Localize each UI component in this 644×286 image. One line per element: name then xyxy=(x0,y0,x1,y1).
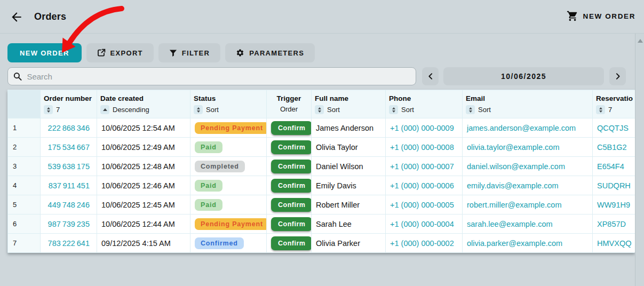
confirm-button[interactable]: Confirm xyxy=(271,236,312,250)
sort-email[interactable]: Sort xyxy=(466,105,589,114)
confirm-button[interactable]: Confirm xyxy=(271,198,312,212)
email-link[interactable]: robert.miller@example.com xyxy=(467,201,562,209)
reservation-cell: SUDQRH xyxy=(593,176,635,195)
phone-link[interactable]: +1 (000) 000-0006 xyxy=(390,181,454,190)
chevron-right-icon xyxy=(614,73,622,80)
date-created-cell: 10/06/2025 12:54 AM xyxy=(97,118,190,138)
confirm-button[interactable]: Confirm xyxy=(271,121,312,135)
reservation-link[interactable]: SUDQRH xyxy=(597,181,631,190)
sort-arrows-icon xyxy=(315,105,324,114)
phone-cell: +1 (000) 000-0002 xyxy=(386,234,463,253)
confirm-button[interactable]: Confirm xyxy=(271,179,312,193)
reservation-link[interactable]: C5B1G2 xyxy=(597,143,627,152)
new-order-button[interactable]: NEW ORDER xyxy=(7,43,82,62)
col-status: Status Sort xyxy=(190,90,267,118)
prev-date-button[interactable] xyxy=(422,67,439,85)
date-created-cell: 10/06/2025 12:45 AM xyxy=(97,195,190,215)
order-number-link[interactable]: 539 638 175 xyxy=(48,162,90,171)
table-row: 5 449 748 246 10/06/2025 12:45 AM Paid C… xyxy=(8,195,635,215)
reservation-cell: XP857D xyxy=(593,215,635,234)
sort-status[interactable]: Sort xyxy=(194,105,263,114)
table-row: 2 175 534 667 10/06/2025 12:49 AM Paid C… xyxy=(8,138,635,157)
top-new-order-button[interactable]: NEW ORDER xyxy=(567,10,635,22)
order-number-link[interactable]: 449 748 246 xyxy=(48,201,90,209)
orders-table: Order number 7 Date created Descending xyxy=(7,90,635,253)
top-new-order-label: NEW ORDER xyxy=(583,12,635,20)
search-box xyxy=(7,67,416,85)
sort-full-name[interactable]: Sort xyxy=(315,105,382,114)
phone-link[interactable]: +1 (000) 000-0008 xyxy=(390,143,454,152)
col-email: Email Sort xyxy=(463,90,593,118)
chevron-left-icon xyxy=(427,73,434,80)
confirm-button[interactable]: Confirm xyxy=(271,217,312,231)
phone-cell: +1 (000) 000-0008 xyxy=(386,138,463,157)
phone-link[interactable]: +1 (000) 000-0002 xyxy=(390,239,454,248)
date-display[interactable]: 10/06/2025 xyxy=(443,67,604,85)
reservation-link[interactable]: XP857D xyxy=(597,220,626,228)
reservation-link[interactable]: HMVXQQ xyxy=(597,239,631,248)
search-input[interactable] xyxy=(27,72,410,81)
parameters-button[interactable]: PARAMETERS xyxy=(225,43,315,62)
email-cell: olivia.taylor@example.com xyxy=(463,138,593,157)
search-icon xyxy=(13,72,22,81)
sort-phone[interactable]: Sort xyxy=(389,105,459,114)
email-link[interactable]: james.anderson@example.com xyxy=(467,124,576,132)
date-created-cell: 10/06/2025 12:48 AM xyxy=(97,157,190,176)
sort-reservation[interactable]: 7 xyxy=(596,105,632,114)
reservation-link[interactable]: QCQTJS xyxy=(597,124,629,132)
full-name-cell: Olivia Parker xyxy=(312,234,386,253)
email-link[interactable]: olivia.taylor@example.com xyxy=(467,143,559,152)
filter-button[interactable]: FILTER xyxy=(158,43,220,62)
reservation-cell: E654F4 xyxy=(593,157,635,176)
confirm-button[interactable]: Confirm xyxy=(271,140,312,154)
email-cell: sarah.lee@example.com xyxy=(463,215,593,234)
reservation-cell: QCQTJS xyxy=(593,118,635,138)
order-number-link[interactable]: 837 911 451 xyxy=(49,181,90,190)
phone-link[interactable]: +1 (000) 000-0009 xyxy=(390,124,454,132)
row-index: 4 xyxy=(8,176,41,195)
next-date-button[interactable] xyxy=(609,67,626,85)
trigger-cell: Confirm xyxy=(267,138,312,157)
order-number-link[interactable]: 175 534 667 xyxy=(48,143,90,152)
trigger-cell: Confirm xyxy=(267,118,312,138)
order-number-cell: 449 748 246 xyxy=(41,195,97,215)
top-bar: Orders NEW ORDER xyxy=(0,0,644,34)
order-number-link[interactable]: 987 739 235 xyxy=(48,220,90,228)
full-name-cell: Emily Davis xyxy=(312,176,386,195)
gear-icon xyxy=(236,49,244,57)
back-arrow-icon[interactable] xyxy=(10,10,23,24)
order-number-cell: 222 868 346 xyxy=(41,118,97,138)
email-link[interactable]: emily.davis@example.com xyxy=(467,181,559,190)
email-link[interactable]: sarah.lee@example.com xyxy=(467,220,553,228)
page-title: Orders xyxy=(34,11,66,22)
table-row: 1 222 868 346 10/06/2025 12:54 AM Pendin… xyxy=(8,118,635,138)
email-cell: emily.davis@example.com xyxy=(463,176,593,195)
phone-link[interactable]: +1 (000) 000-0007 xyxy=(390,162,454,171)
email-link[interactable]: daniel.wilson@example.com xyxy=(467,162,565,171)
vertical-scrollbar[interactable] xyxy=(635,34,644,286)
table-row: 3 539 638 175 10/06/2025 12:48 AM Comple… xyxy=(8,157,635,176)
sort-order-number[interactable]: 7 xyxy=(44,105,93,114)
full-name-cell: Robert Miller xyxy=(312,195,386,215)
export-label: EXPORT xyxy=(110,49,143,57)
status-cell: Confirmed xyxy=(190,234,267,253)
toolbar: NEW ORDER EXPORT FILTER PARAMETERS xyxy=(7,43,315,62)
confirm-button[interactable]: Confirm xyxy=(271,160,312,173)
phone-link[interactable]: +1 (000) 000-0005 xyxy=(390,201,454,209)
email-link[interactable]: olivia.parker@example.com xyxy=(467,239,562,248)
order-number-link[interactable]: 783 222 641 xyxy=(48,239,90,248)
status-badge: Paid xyxy=(195,180,222,192)
status-badge: Paid xyxy=(195,141,222,153)
status-cell: Paid xyxy=(190,176,267,195)
scroll-up-icon[interactable] xyxy=(638,39,643,43)
order-number-link[interactable]: 222 868 346 xyxy=(48,124,90,132)
sort-date-created[interactable]: Descending xyxy=(100,105,187,114)
order-number-cell: 783 222 641 xyxy=(41,234,97,253)
export-button[interactable]: EXPORT xyxy=(86,43,154,62)
row-index: 2 xyxy=(8,138,41,157)
phone-cell: +1 (000) 000-0004 xyxy=(386,215,463,234)
reservation-link[interactable]: WW91H9 xyxy=(597,201,630,209)
trigger-cell: Confirm xyxy=(267,234,312,253)
reservation-link[interactable]: E654F4 xyxy=(597,162,624,171)
phone-link[interactable]: +1 (000) 000-0004 xyxy=(390,220,454,228)
